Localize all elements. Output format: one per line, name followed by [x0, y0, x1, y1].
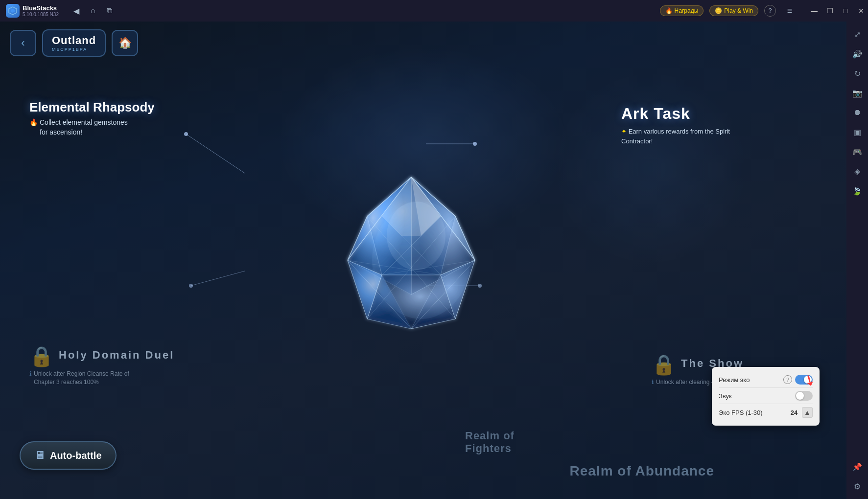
- back-nav-button[interactable]: ◀: [69, 3, 84, 19]
- restore-button[interactable]: ❐: [823, 4, 837, 18]
- svg-line-6: [191, 271, 245, 286]
- holy-domain-desc: ℹ Unlock after Region Cleanse Rate of Ch…: [29, 370, 147, 386]
- app-name: BlueStacks: [23, 4, 59, 12]
- playnwin-button[interactable]: 🪙 Play & Win: [709, 5, 758, 16]
- fire-icon: 🔥: [665, 7, 673, 14]
- lock-show-icon: 🔒: [652, 353, 676, 376]
- coin-icon: 🪙: [715, 7, 722, 14]
- outland-title-button[interactable]: Outland МБСРР1ВРА: [42, 29, 106, 57]
- svg-marker-1: [11, 9, 15, 13]
- rewards-button[interactable]: 🔥 Награды: [660, 5, 704, 16]
- svg-point-33: [387, 202, 446, 270]
- nav-icons: ◀ ⌂ ⧉: [69, 3, 117, 19]
- holy-domain-label: 🔒 Holy Domain Duel ℹ Unlock after Region…: [29, 345, 174, 386]
- info-holy-icon: ℹ: [29, 370, 32, 378]
- sidebar-expand-button[interactable]: ⤢: [848, 25, 866, 43]
- fps-label: Эко FPS (1-30): [719, 409, 763, 416]
- ark-task-label: Ark Task ✦ Earn various rewards from the…: [621, 105, 749, 146]
- elemental-rhapsody-desc: 🔥 Collect elemental gemstones for ascens…: [29, 118, 137, 137]
- sound-toggle[interactable]: [795, 391, 813, 401]
- eco-mode-row: Режим эко ?: [719, 372, 813, 388]
- playnwin-label: Play & Win: [724, 7, 753, 14]
- home-nav-button[interactable]: ⌂: [85, 3, 101, 19]
- realm-fighters-label: Realm ofFighters: [465, 430, 515, 455]
- ark-task-title: Ark Task: [621, 105, 749, 123]
- maximize-button[interactable]: □: [839, 4, 852, 18]
- realm-fighters-text: Realm ofFighters: [465, 430, 515, 455]
- realm-abundance-label: Realm of Abundance: [570, 463, 714, 479]
- titlebar: BlueStacks 5.10.0.1085 N32 ◀ ⌂ ⧉ 🔥 Награ…: [0, 0, 868, 22]
- auto-battle-label: Auto-battle: [50, 450, 102, 461]
- lock-holy-icon: 🔒: [29, 345, 54, 368]
- fire-desc-icon: 🔥: [29, 118, 38, 128]
- crystal-container[interactable]: [289, 138, 534, 383]
- minimize-button[interactable]: —: [807, 4, 821, 18]
- sound-row: Звук: [719, 388, 813, 404]
- sidebar-record-button[interactable]: ⏺: [848, 104, 866, 121]
- home-button[interactable]: 🏠: [112, 30, 138, 56]
- svg-line-2: [186, 134, 245, 173]
- eco-mode-label: Режим эко: [719, 376, 750, 384]
- rewards-label: Награды: [675, 7, 699, 14]
- monitor-icon: 🖥: [34, 449, 45, 462]
- fps-controls: 24 ▲: [789, 407, 813, 418]
- holy-domain-title: Holy Domain Duel: [59, 349, 174, 362]
- window-controls: — ❐ □ ✕: [807, 4, 868, 18]
- fps-increment-button[interactable]: ▲: [802, 407, 813, 418]
- eco-popup: Режим эко ? Звук Эко FPS (1-30) 24 ▲: [712, 367, 820, 426]
- app-logo: BlueStacks 5.10.0.1085 N32: [0, 4, 65, 18]
- sidebar-volume-button[interactable]: 🔊: [848, 45, 866, 63]
- right-sidebar: ⤢ 🔊 ↻ 📷 ⏺ ▣ 🎮 ◈ 🍃 📌 ⚙: [846, 22, 868, 499]
- game-area: ‹ Outland МБСРР1ВРА 🏠: [0, 22, 846, 499]
- sidebar-macro-button[interactable]: ◈: [848, 162, 866, 180]
- sidebar-layout-button[interactable]: ▣: [848, 123, 866, 141]
- elemental-rhapsody-label: Elemental Rhapsody 🔥 Collect elemental g…: [29, 100, 155, 137]
- close-button[interactable]: ✕: [854, 4, 868, 18]
- info-show-icon: ℹ: [652, 378, 654, 386]
- bluestacks-logo-icon: [6, 4, 20, 18]
- app-version: 5.10.0.1085 N32: [23, 12, 59, 17]
- sidebar-pin-button[interactable]: 📌: [848, 458, 866, 476]
- realm-abundance-text: Realm of Abundance: [570, 463, 714, 479]
- svg-point-3: [184, 132, 188, 136]
- right-controls: 🔥 Награды 🪙 Play & Win ? ≡: [660, 3, 803, 19]
- auto-battle-button[interactable]: 🖥 Auto-battle: [20, 441, 117, 470]
- fps-value: 24: [789, 409, 799, 416]
- top-nav: ‹ Outland МБСРР1ВРА 🏠: [10, 29, 138, 57]
- back-button[interactable]: ‹: [10, 30, 36, 56]
- eco-help-button[interactable]: ?: [783, 375, 792, 384]
- ark-task-desc: ✦ Earn various rewards from the Spirit C…: [621, 127, 749, 146]
- sidebar-gamepad-button[interactable]: 🎮: [848, 143, 866, 160]
- outland-subtitle: МБСРР1ВРА: [52, 47, 96, 52]
- elemental-rhapsody-title: Elemental Rhapsody: [29, 100, 155, 115]
- outland-title: Outland: [52, 34, 96, 47]
- menu-button[interactable]: ≡: [782, 3, 798, 19]
- sidebar-rotate-button[interactable]: ↻: [848, 65, 866, 82]
- tabs-nav-button[interactable]: ⧉: [102, 3, 117, 19]
- star-desc-icon: ✦: [621, 128, 629, 135]
- sound-controls: [795, 391, 813, 401]
- sound-label: Звук: [719, 392, 732, 400]
- sidebar-eco-button[interactable]: 🍃: [848, 182, 866, 200]
- help-button[interactable]: ?: [764, 5, 776, 17]
- svg-point-7: [189, 284, 193, 288]
- fps-row: Эко FPS (1-30) 24 ▲: [719, 404, 813, 421]
- sidebar-settings-button[interactable]: ⚙: [848, 477, 866, 495]
- sidebar-screenshot-button[interactable]: 📷: [848, 84, 866, 102]
